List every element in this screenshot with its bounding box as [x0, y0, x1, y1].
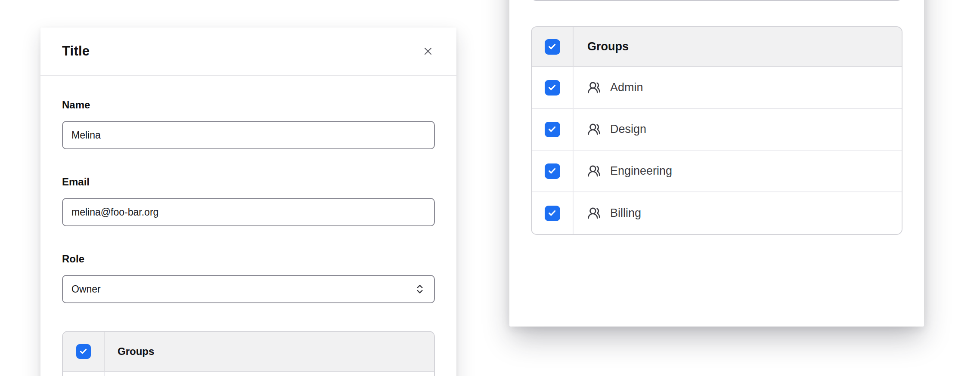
group-row-admin: Admin — [532, 67, 902, 109]
email-input[interactable] — [62, 198, 435, 226]
group-row-label: Billing — [610, 206, 641, 220]
role-select-bottom-edge — [531, 0, 902, 1]
role-field-group: Role Owner — [62, 253, 435, 303]
checkmark-icon — [545, 163, 560, 179]
users-icon — [587, 164, 601, 178]
groups-panel: Groups Admin — [509, 0, 924, 327]
header-checkbox-cell — [532, 27, 574, 66]
checkmark-icon — [545, 206, 560, 221]
role-select-value: Owner — [71, 284, 101, 295]
modal-body: Name Email Role Owner — [40, 76, 456, 376]
groups-table: Groups — [62, 331, 435, 376]
email-field-label: Email — [62, 176, 435, 188]
group-row-checkbox[interactable] — [545, 163, 560, 179]
groups-table: Groups Admin — [531, 26, 902, 235]
group-row-checkbox[interactable] — [545, 80, 560, 96]
group-row-label: Engineering — [610, 164, 672, 178]
groups-table-header-label: Groups — [105, 332, 434, 371]
x-icon — [422, 45, 434, 57]
chevrons-up-down-icon — [414, 283, 425, 296]
groups-table-partial-row — [63, 372, 434, 376]
email-field-group: Email — [62, 176, 435, 226]
role-field-label: Role — [62, 253, 435, 265]
checkmark-icon — [545, 122, 560, 137]
group-row-label: Admin — [610, 81, 643, 94]
group-row-checkbox[interactable] — [545, 206, 560, 221]
close-button[interactable] — [419, 42, 437, 61]
name-field-group: Name — [62, 99, 435, 149]
name-field-label: Name — [62, 99, 435, 111]
modal-title: Title — [62, 43, 90, 59]
group-row-billing: Billing — [532, 192, 902, 234]
groups-select-all-checkbox[interactable] — [545, 39, 560, 55]
users-icon — [587, 123, 601, 136]
modal-header: Title — [40, 28, 456, 76]
group-row-checkbox[interactable] — [545, 122, 560, 137]
group-row-design: Design — [532, 109, 902, 151]
groups-table-header: Groups — [63, 332, 434, 372]
groups-select-all-checkbox[interactable] — [76, 344, 91, 359]
group-row-label: Design — [610, 123, 646, 136]
groups-table-header: Groups — [532, 27, 902, 67]
group-row-engineering: Engineering — [532, 151, 902, 192]
role-select[interactable]: Owner — [62, 275, 435, 303]
users-icon — [587, 206, 601, 220]
name-input[interactable] — [62, 121, 435, 149]
groups-table-header-label: Groups — [574, 27, 902, 66]
checkmark-icon — [545, 39, 560, 55]
header-checkbox-cell — [63, 332, 105, 371]
checkmark-icon — [545, 80, 560, 96]
invite-modal: Title Name Email Role Owner — [40, 28, 456, 376]
checkmark-icon — [76, 344, 91, 359]
users-icon — [587, 81, 601, 94]
